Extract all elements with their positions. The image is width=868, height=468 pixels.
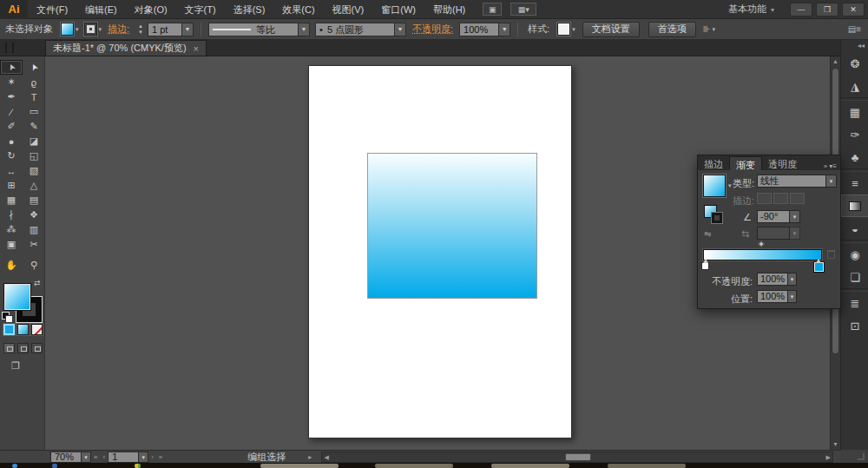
stop-opacity-combo[interactable]: 100%▼: [757, 273, 797, 286]
mesh-tool[interactable]: ▦: [0, 193, 23, 208]
horizontal-scrollbar[interactable]: ◀ ▶: [321, 452, 833, 463]
graphic-styles-panel-icon[interactable]: ❏: [841, 266, 868, 288]
transparency-panel-icon[interactable]: ◒: [841, 217, 868, 240]
artboard-number[interactable]: 1: [108, 452, 139, 463]
selection-tool[interactable]: ➤: [0, 60, 23, 75]
stroke-panel-icon[interactable]: ≡: [841, 172, 868, 194]
color-guide-panel-icon[interactable]: ◮: [841, 75, 868, 97]
direct-selection-tool[interactable]: ➤: [23, 60, 45, 75]
line-segment-tool[interactable]: ∕: [0, 104, 23, 119]
workspace-switcher[interactable]: 基本功能▾: [728, 3, 774, 16]
align-options[interactable]: ⊪▾: [703, 24, 715, 34]
eyedropper-tool[interactable]: ∤: [0, 208, 23, 222]
brush-definition-combo[interactable]: •5 点圆形▼: [315, 23, 406, 36]
blend-tool[interactable]: ❖: [23, 208, 45, 222]
menu-effect[interactable]: 效果(C): [273, 0, 323, 19]
taskbar-window-button[interactable]: [260, 464, 339, 468]
panel-collapse-menu-icons[interactable]: » ▾≡: [824, 162, 840, 170]
gradient-panel-icon[interactable]: [841, 194, 868, 217]
menu-select[interactable]: 选择(S): [225, 0, 274, 19]
previous-artboard-icon[interactable]: ‹: [102, 453, 105, 461]
layers-panel-icon[interactable]: ≣: [841, 292, 868, 314]
taskbar-window-button[interactable]: [491, 464, 569, 468]
next-artboard-icon[interactable]: ›: [151, 453, 154, 461]
artboard-tool[interactable]: ▣: [0, 237, 23, 252]
chevron-down-icon[interactable]: ▼: [826, 175, 837, 188]
zoom-combo[interactable]: 70%▼: [50, 452, 91, 463]
draw-inside-button[interactable]: [31, 343, 43, 353]
stop-location-value[interactable]: 100%: [757, 290, 788, 303]
appearance-panel-icon[interactable]: ◉: [841, 243, 868, 266]
minimize-button[interactable]: —: [790, 3, 812, 16]
gradient-stop-start[interactable]: [701, 262, 709, 270]
default-fill-stroke-icon[interactable]: [2, 312, 10, 320]
chevron-down-icon[interactable]: ▼: [182, 23, 194, 36]
menu-window[interactable]: 窗口(W): [372, 0, 424, 19]
gradient-button[interactable]: [17, 324, 29, 335]
scroll-down-icon[interactable]: ▼: [831, 439, 840, 449]
menu-file[interactable]: 文件(F): [28, 0, 76, 19]
reverse-gradient-icon[interactable]: ⇋: [704, 229, 711, 239]
opacity-value[interactable]: 100%: [459, 23, 499, 36]
chevron-down-icon[interactable]: ▾: [728, 182, 732, 189]
taskbar-window-button[interactable]: [608, 464, 686, 468]
gradient-stop-end[interactable]: [814, 262, 824, 272]
eraser-tool[interactable]: ◪: [23, 134, 45, 148]
gradient-angle-value[interactable]: -90°: [757, 210, 790, 223]
scroll-up-icon[interactable]: ▲: [831, 56, 840, 66]
taskbar-app-icon[interactable]: [135, 464, 141, 468]
stroke-within-button[interactable]: [757, 193, 772, 204]
expand-panels-icon[interactable]: ◂◂: [841, 40, 868, 52]
stroke-across-button[interactable]: [790, 193, 805, 204]
chevron-down-icon[interactable]: ▼: [82, 452, 91, 463]
fill-color-picker[interactable]: ▾: [61, 23, 79, 36]
paintbrush-tool[interactable]: ✐: [0, 119, 23, 134]
gradient-rectangle-object[interactable]: [367, 153, 537, 299]
restore-button[interactable]: ❐: [816, 3, 838, 16]
symbols-panel-icon[interactable]: ♣: [841, 146, 868, 168]
gradient-angle-combo[interactable]: -90°▼: [757, 210, 800, 223]
chevron-down-icon[interactable]: ▼: [499, 23, 510, 36]
swap-fill-stroke-icon[interactable]: ⇄: [34, 279, 41, 287]
scale-tool[interactable]: ◱: [23, 148, 45, 163]
bridge-icon[interactable]: ▣: [483, 3, 502, 16]
slice-tool[interactable]: ✂: [23, 237, 45, 252]
artboard-combo[interactable]: 1▼: [108, 452, 148, 463]
style-picker[interactable]: ▾: [557, 23, 575, 36]
arrange-documents-icon[interactable]: ▦▾: [510, 3, 536, 16]
stop-location-combo[interactable]: 100%▼: [757, 290, 797, 303]
type-tool[interactable]: T: [23, 89, 45, 104]
chevron-down-icon[interactable]: ▼: [139, 452, 148, 463]
taskbar-app-icon[interactable]: [12, 464, 17, 468]
draw-behind-button[interactable]: [17, 343, 29, 353]
hand-tool[interactable]: ✋: [0, 258, 23, 273]
first-artboard-icon[interactable]: «: [94, 453, 97, 461]
status-flyout-icon[interactable]: ▸: [308, 453, 312, 461]
none-button[interactable]: [31, 324, 43, 335]
lasso-tool[interactable]: ϱ: [23, 75, 45, 89]
stop-opacity-value[interactable]: 100%: [757, 273, 788, 286]
fill-swatch[interactable]: [61, 23, 74, 36]
stroke-panel-link[interactable]: 描边:: [108, 23, 129, 36]
perspective-grid-tool[interactable]: △: [23, 178, 45, 193]
chevron-down-icon[interactable]: ▼: [788, 290, 797, 303]
rectangle-tool[interactable]: ▭: [23, 104, 45, 119]
menu-type[interactable]: 文字(T): [176, 0, 225, 19]
scroll-right-icon[interactable]: ▶: [824, 452, 832, 462]
width-tool[interactable]: ↔: [0, 163, 23, 178]
stroke-along-button[interactable]: [773, 193, 788, 204]
blob-brush-tool[interactable]: ●: [0, 134, 23, 148]
draw-normal-button[interactable]: [3, 343, 15, 353]
stroke-color-picker[interactable]: ▾: [84, 23, 102, 36]
gradient-type-select[interactable]: 线性▼: [757, 175, 837, 188]
panel-menu-icon[interactable]: ▤≡: [848, 24, 861, 34]
menu-edit[interactable]: 编辑(E): [76, 0, 126, 19]
opacity-combo[interactable]: 100%▼: [459, 23, 510, 36]
color-panel-icon[interactable]: ❂: [841, 52, 868, 75]
stroke-swatch[interactable]: [84, 23, 97, 36]
app-logo[interactable]: Ai: [0, 0, 28, 19]
preferences-button[interactable]: 首选项: [648, 22, 696, 37]
gradient-midpoint-handle[interactable]: [758, 241, 765, 247]
taskbar-app-icon[interactable]: [52, 464, 57, 468]
pen-tool[interactable]: ✒: [0, 89, 23, 104]
